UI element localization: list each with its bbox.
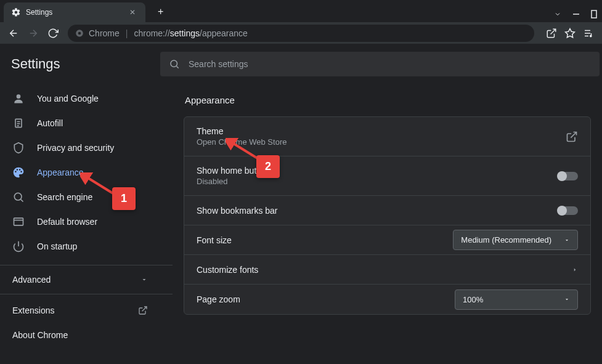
chrome-icon xyxy=(75,29,84,38)
music-icon[interactable] xyxy=(580,25,597,42)
omnibox-url: chrome://settings/appearance xyxy=(134,28,247,38)
chevron-down-icon[interactable] xyxy=(554,10,561,18)
back-button[interactable] xyxy=(5,25,22,42)
sidebar-item-label: Privacy and security xyxy=(37,143,114,153)
svg-line-6 xyxy=(551,29,556,34)
chevron-down-icon xyxy=(564,296,570,302)
gear-icon xyxy=(11,7,21,17)
svg-line-20 xyxy=(21,200,23,202)
sidebar-item-default-browser[interactable]: Default browser xyxy=(0,209,163,234)
sidebar: You and Google Autofill Privacy and secu… xyxy=(0,84,173,347)
search-box[interactable] xyxy=(160,52,600,76)
page-zoom-dropdown[interactable]: 100% xyxy=(455,289,578,310)
appearance-card: Theme Open Chrome Web Store Show home bu… xyxy=(184,116,591,315)
sidebar-item-privacy[interactable]: Privacy and security xyxy=(0,135,163,160)
customize-fonts-title: Customize fonts xyxy=(197,265,572,275)
omnibox-prefix: Chrome xyxy=(89,28,120,38)
close-icon[interactable]: ✕ xyxy=(127,7,138,18)
svg-point-19 xyxy=(14,193,22,200)
external-link-icon[interactable] xyxy=(566,131,578,143)
theme-sub: Open Chrome Web Store xyxy=(197,137,566,147)
address-bar[interactable]: Chrome | chrome://settings/appearance xyxy=(68,25,534,42)
svg-marker-7 xyxy=(566,28,575,37)
sidebar-item-appearance[interactable]: Appearance xyxy=(0,160,163,185)
power-icon xyxy=(12,240,25,253)
external-link-icon xyxy=(138,305,148,315)
search-icon xyxy=(12,191,25,203)
omnibox-separator: | xyxy=(126,28,128,38)
row-page-zoom: Page zoom 100% xyxy=(184,285,590,314)
page: Settings You and Google Autofill Privacy… xyxy=(0,44,602,347)
minimize-icon[interactable] xyxy=(572,10,580,18)
row-home-button: Show home button Disabled xyxy=(184,156,590,196)
maximize-icon[interactable] xyxy=(591,10,597,18)
svg-point-11 xyxy=(590,35,592,36)
sidebar-extensions[interactable]: Extensions xyxy=(0,298,173,323)
bookmarks-toggle[interactable] xyxy=(558,206,578,215)
row-bookmarks-bar: Show bookmarks bar xyxy=(184,196,590,225)
home-button-sub: Disabled xyxy=(197,177,558,186)
reload-button[interactable] xyxy=(44,25,62,42)
svg-marker-24 xyxy=(143,279,146,281)
search-icon xyxy=(169,59,180,70)
shield-icon xyxy=(12,142,25,154)
page-title: Settings xyxy=(0,56,160,72)
extensions-label: Extensions xyxy=(12,305,54,315)
sidebar-advanced[interactable]: Advanced xyxy=(0,265,173,294)
theme-title: Theme xyxy=(197,126,566,136)
svg-line-26 xyxy=(571,132,576,137)
svg-point-12 xyxy=(171,60,177,67)
home-button-title: Show home button xyxy=(197,166,558,176)
main-content: Appearance Theme Open Chrome Web Store S… xyxy=(173,84,602,347)
star-icon[interactable] xyxy=(561,25,579,42)
sidebar-item-label: Appearance xyxy=(37,168,84,177)
page-zoom-value: 100% xyxy=(463,295,483,304)
sidebar-item-autofill[interactable]: Autofill xyxy=(0,111,163,135)
browser-tab[interactable]: Settings ✕ xyxy=(4,2,145,22)
sidebar-item-label: Default browser xyxy=(37,217,97,227)
svg-rect-21 xyxy=(14,218,23,225)
svg-rect-1 xyxy=(592,10,596,18)
sidebar-item-label: Autofill xyxy=(37,118,63,128)
sidebar-item-label: You and Google xyxy=(37,94,99,103)
page-zoom-title: Page zoom xyxy=(197,294,455,304)
window-controls xyxy=(554,10,602,18)
search-input[interactable] xyxy=(189,59,591,69)
titlebar: Settings ✕ + xyxy=(0,0,602,22)
browser-icon xyxy=(12,216,25,228)
sidebar-item-label: Search engine xyxy=(37,192,92,202)
home-button-toggle[interactable] xyxy=(558,172,578,180)
sidebar-item-label: On startup xyxy=(37,241,77,251)
row-theme[interactable]: Theme Open Chrome Web Store xyxy=(184,117,590,156)
forward-button[interactable] xyxy=(25,25,42,42)
chevron-right-icon xyxy=(572,267,578,273)
sidebar-item-search-engine[interactable]: Search engine xyxy=(0,185,163,209)
page-header: Settings xyxy=(0,44,602,84)
chevron-down-icon xyxy=(564,237,570,243)
advanced-label: Advanced xyxy=(12,275,51,285)
sidebar-about[interactable]: About Chrome xyxy=(0,323,173,347)
font-size-value: Medium (Recommended) xyxy=(461,235,551,245)
share-icon[interactable] xyxy=(543,25,560,42)
font-size-title: Font size xyxy=(197,235,453,245)
clipboard-icon xyxy=(12,117,25,129)
person-icon xyxy=(12,92,25,105)
svg-marker-27 xyxy=(566,240,568,241)
svg-marker-28 xyxy=(574,268,576,271)
chevron-down-icon xyxy=(140,276,148,283)
svg-point-14 xyxy=(17,94,21,99)
row-font-size: Font size Medium (Recommended) xyxy=(184,225,590,255)
sidebar-item-on-startup[interactable]: On startup xyxy=(0,234,163,259)
toolbar: Chrome | chrome://settings/appearance xyxy=(0,22,602,44)
new-tab-button[interactable]: + xyxy=(153,4,168,20)
about-label: About Chrome xyxy=(12,330,68,340)
svg-point-5 xyxy=(78,31,81,34)
sidebar-item-you-and-google[interactable]: You and Google xyxy=(0,86,163,111)
row-customize-fonts[interactable]: Customize fonts xyxy=(184,255,590,285)
font-size-dropdown[interactable]: Medium (Recommended) xyxy=(453,230,578,250)
svg-line-13 xyxy=(176,66,178,68)
palette-icon xyxy=(12,166,25,179)
svg-line-25 xyxy=(142,307,147,311)
section-title: Appearance xyxy=(185,95,591,105)
bookmarks-title: Show bookmarks bar xyxy=(197,206,558,216)
